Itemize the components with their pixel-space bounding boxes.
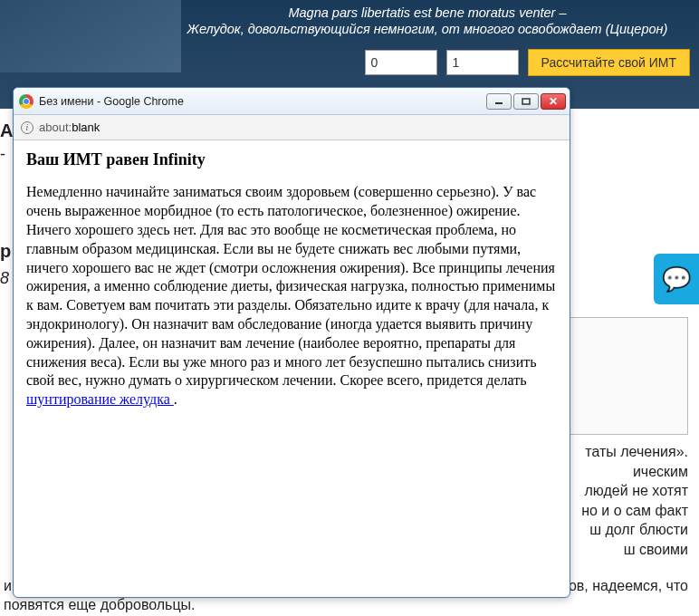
window-titlebar[interactable]: Без имени - Google Chrome ✕ [14, 88, 570, 115]
chrome-icon [19, 94, 34, 109]
address-bar[interactable]: i about:blank [14, 115, 570, 140]
popup-content: Ваш ИМТ равен Infinity Немедленно начина… [14, 140, 570, 597]
site-info-icon[interactable]: i [21, 121, 34, 134]
bmi-result-paragraph: Немедленно начинайте заниматься своим зд… [26, 183, 557, 409]
chat-icon: 💬 [662, 265, 691, 294]
gastric-bypass-link[interactable]: шунтирование желудка [26, 391, 174, 407]
minimize-button[interactable] [486, 93, 512, 110]
sidebar-box [561, 317, 688, 435]
header-photo [0, 0, 181, 72]
svg-rect-1 [522, 99, 530, 104]
window-title: Без имени - Google Chrome [39, 95, 184, 108]
quote-latin: Magna pars libertatis est bene moratus v… [165, 5, 690, 20]
bmi-input-2[interactable] [446, 50, 519, 75]
maximize-button[interactable] [513, 93, 539, 110]
close-button[interactable]: ✕ [541, 93, 566, 110]
bmi-calculate-button[interactable]: Рассчитайте свой ИМТ [528, 49, 690, 76]
bmi-input-1[interactable] [365, 50, 437, 75]
chat-fab[interactable]: 💬 [654, 254, 699, 304]
maximize-icon [522, 98, 531, 105]
url-protocol: about: [39, 120, 72, 134]
bmi-result-heading: Ваш ИМТ равен Infinity [26, 149, 557, 170]
url-path: blank [72, 120, 100, 134]
close-icon: ✕ [549, 95, 558, 108]
minimize-icon [494, 98, 503, 105]
clipped-side-text: A - р 8 [0, 118, 13, 290]
bmi-calculator-row: Рассчитайте свой ИМТ [165, 49, 690, 76]
header-content: Magna pars libertatis est bene moratus v… [165, 0, 690, 76]
popup-window: Без имени - Google Chrome ✕ i about:blan… [13, 87, 570, 598]
quote-russian: Желудок, довольствующийся немногим, от м… [165, 22, 690, 36]
